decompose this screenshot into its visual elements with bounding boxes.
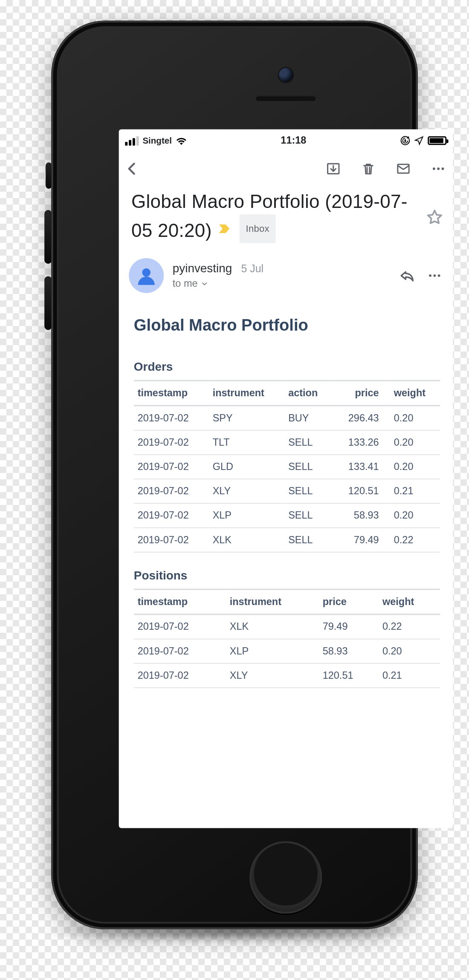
positions-col-timestamp: timestamp (134, 589, 226, 614)
table-cell: 0.21 (379, 663, 440, 688)
table-cell: 133.41 (332, 455, 390, 479)
table-cell: SPY (209, 406, 285, 430)
table-cell: 120.51 (332, 479, 390, 503)
email-date: 5 Jul (241, 263, 263, 275)
phone-volume-up (44, 210, 52, 264)
svg-point-6 (441, 167, 444, 170)
table-cell: 0.21 (390, 479, 440, 503)
table-row: 2019-07-02GLDSELL133.410.20 (134, 455, 440, 479)
orders-col-weight: weight (390, 380, 440, 406)
phone-front-camera (278, 67, 294, 83)
phone-volume-down (44, 276, 52, 330)
table-cell: 2019-07-02 (134, 406, 209, 430)
table-row: 2019-07-02XLP58.930.20 (134, 639, 440, 663)
svg-point-7 (142, 268, 151, 277)
table-cell: SELL (284, 503, 332, 527)
status-time: 11:18 (187, 135, 400, 146)
inbox-chip[interactable]: Inbox (240, 214, 276, 243)
table-cell: 2019-07-02 (134, 614, 226, 639)
table-cell: 79.49 (332, 528, 390, 552)
recipient-label: to me (173, 278, 198, 289)
positions-col-price: price (319, 589, 379, 614)
table-cell: XLP (209, 503, 285, 527)
reply-button[interactable] (398, 266, 417, 285)
table-cell: 2019-07-02 (134, 528, 209, 552)
svg-point-8 (429, 274, 431, 277)
table-cell: 0.22 (390, 528, 440, 552)
table-cell: XLY (226, 663, 319, 688)
archive-button[interactable] (324, 159, 343, 178)
table-cell: 2019-07-02 (134, 430, 209, 455)
mark-unread-button[interactable] (394, 159, 413, 178)
table-cell: 58.93 (319, 639, 379, 663)
table-cell: 2019-07-02 (134, 455, 209, 479)
table-cell: 2019-07-02 (134, 503, 209, 527)
table-cell: SELL (284, 455, 332, 479)
orders-col-action: action (284, 380, 332, 406)
back-button[interactable] (122, 158, 143, 179)
table-cell: XLY (209, 479, 285, 503)
more-button[interactable] (429, 159, 448, 178)
delete-button[interactable] (359, 159, 378, 178)
svg-point-9 (433, 274, 436, 277)
table-cell: 120.51 (319, 663, 379, 688)
phone-home-button[interactable] (249, 841, 322, 914)
phone-frame: Singtel 11:18 (51, 20, 417, 929)
table-cell: GLD (209, 455, 285, 479)
email-subject: Global Macro Portfolio (2019-07-05 20:20… (131, 189, 423, 243)
table-row: 2019-07-02XLYSELL120.510.21 (134, 479, 440, 503)
phone-earpiece (255, 95, 316, 102)
phone-screen: Singtel 11:18 (119, 130, 453, 828)
orders-col-timestamp: timestamp (134, 380, 209, 406)
positions-table: timestamp instrument price weight 2019-0… (134, 589, 440, 688)
table-cell: SELL (284, 479, 332, 503)
table-cell: XLP (226, 639, 319, 663)
signal-bars-icon (125, 136, 139, 145)
table-cell: 2019-07-02 (134, 663, 226, 688)
table-cell: SELL (284, 430, 332, 455)
orders-col-instrument: instrument (209, 380, 285, 406)
email-body: Global Macro Portfolio Orders timestamp … (119, 300, 453, 763)
table-cell: XLK (226, 614, 319, 639)
recipient-dropdown[interactable]: to me (173, 278, 389, 289)
svg-point-5 (437, 167, 440, 170)
svg-rect-1 (404, 140, 406, 142)
table-cell: 0.20 (390, 503, 440, 527)
table-cell: 0.20 (390, 406, 440, 430)
important-marker-icon[interactable] (217, 222, 234, 236)
rotation-lock-icon (400, 135, 410, 145)
positions-heading: Positions (134, 569, 440, 582)
phone-reflection (51, 929, 417, 973)
orders-col-price: price (332, 380, 390, 406)
table-cell: BUY (284, 406, 332, 430)
table-cell: 2019-07-02 (134, 639, 226, 663)
table-cell: 133.26 (332, 430, 390, 455)
table-row: 2019-07-02SPYBUY296.430.20 (134, 406, 440, 430)
message-more-button[interactable] (425, 266, 444, 285)
chevron-down-icon (200, 280, 209, 288)
table-cell: 2019-07-02 (134, 479, 209, 503)
positions-col-instrument: instrument (226, 589, 319, 614)
body-title: Global Macro Portfolio (134, 316, 440, 335)
table-cell: 0.20 (379, 639, 440, 663)
sender-name[interactable]: pyinvesting (173, 262, 232, 275)
orders-table: timestamp instrument action price weight… (134, 380, 440, 553)
svg-point-4 (433, 167, 435, 170)
location-icon (414, 135, 424, 145)
battery-icon (428, 136, 446, 145)
table-cell: 0.22 (379, 614, 440, 639)
table-cell: TLT (209, 430, 285, 455)
table-cell: 0.20 (390, 430, 440, 455)
sender-avatar[interactable] (129, 258, 164, 293)
svg-point-10 (438, 274, 440, 277)
carrier-label: Singtel (142, 135, 171, 145)
positions-col-weight: weight (379, 589, 440, 614)
table-row: 2019-07-02XLK79.490.22 (134, 614, 440, 639)
table-cell: XLK (209, 528, 285, 552)
table-cell: 79.49 (319, 614, 379, 639)
table-cell: 58.93 (332, 503, 390, 527)
star-button[interactable] (425, 208, 444, 227)
table-row: 2019-07-02TLTSELL133.260.20 (134, 430, 440, 455)
email-toolbar (119, 152, 453, 185)
table-cell: 296.43 (332, 406, 390, 430)
